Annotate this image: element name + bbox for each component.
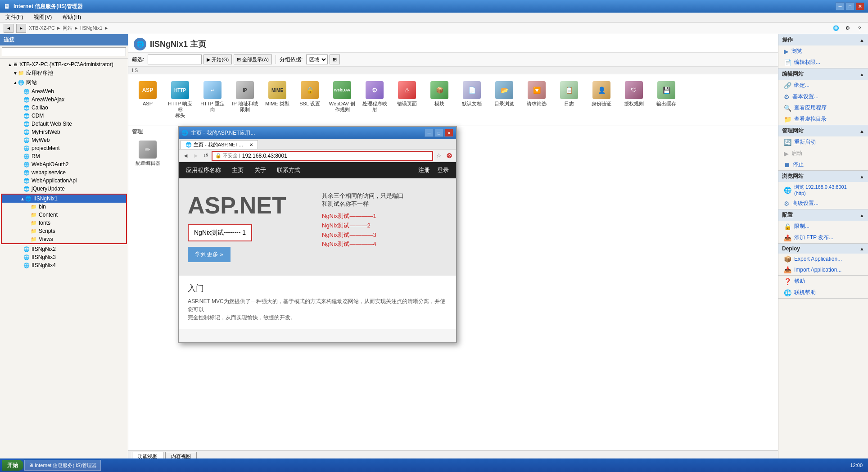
browser-url-box[interactable]: 🔒 不安全 | 192.168.0.43:8001: [212, 151, 433, 161]
expand-icon-sites[interactable]: ▲: [13, 80, 18, 85]
sidebar-item-scripts[interactable]: 📁 Scripts: [2, 227, 126, 235]
action-export-app[interactable]: 📦 Export Application...: [778, 254, 868, 264]
sidebar-item-myweb[interactable]: 🌐 MyWeb: [0, 136, 128, 144]
toggle-browse[interactable]: ▲: [859, 174, 864, 179]
sidebar-item-iisng3[interactable]: 🌐 IISNgNix3: [0, 253, 128, 261]
action-online-help[interactable]: 🌐 联机帮助: [778, 287, 868, 298]
sidebar-item-server[interactable]: ▲ 🖥 XTB-XZ-PC (XTB-xz-PC\Administrator): [0, 60, 128, 68]
icon-ssl[interactable]: 🔒 SSL 设置: [294, 78, 326, 122]
browser-stop-btn[interactable]: ⊗: [445, 151, 453, 160]
action-advanced-settings[interactable]: ⚙ 高级设置...: [778, 198, 868, 209]
minimize-button[interactable]: ─: [836, 2, 845, 10]
icon-ip[interactable]: IP IP 地址和域限制: [229, 78, 261, 122]
icon-request-filter[interactable]: 🔽 请求筛选: [521, 78, 552, 122]
browser-tab-close[interactable]: ✕: [249, 142, 253, 147]
browser-star-btn[interactable]: ☆: [435, 152, 443, 159]
sidebar-item-projectment[interactable]: 🌐 projectMent: [0, 144, 128, 152]
icon-dir-browse[interactable]: 📂 目录浏览: [488, 78, 520, 122]
action-stop[interactable]: ⏹ 停止: [778, 159, 868, 170]
sidebar-item-sites[interactable]: ▲ 🌐 网站: [0, 78, 128, 87]
icon-error[interactable]: ⚠ 错误页面: [391, 78, 423, 122]
icon-default-doc[interactable]: 📄 默认文档: [456, 78, 488, 122]
action-basic-settings[interactable]: ⚙ 基本设置...: [778, 91, 868, 102]
nav-home[interactable]: 主页: [232, 166, 244, 174]
browser-window-controls[interactable]: ─ □ ✕: [425, 129, 453, 137]
sidebar-item-apppools[interactable]: ▼ 📁 应用程序池: [0, 68, 128, 78]
browser-refresh-btn[interactable]: ↺: [202, 152, 210, 159]
close-button[interactable]: ✕: [855, 2, 864, 10]
action-restart[interactable]: 🔄 重新启动: [778, 136, 868, 148]
menu-help[interactable]: 帮助(H): [61, 13, 83, 22]
icon-module[interactable]: 📦 模块: [424, 78, 455, 122]
view-toggle-button[interactable]: ⊞: [330, 54, 340, 64]
start-button-taskbar[interactable]: 开始: [2, 460, 23, 471]
filter-input[interactable]: [148, 54, 202, 64]
action-edit-permissions[interactable]: 📄 编辑权限...: [778, 57, 868, 68]
icon-http-redirect[interactable]: ↩ HTTP 重定向: [197, 78, 228, 122]
browser-back-btn[interactable]: ◄: [181, 152, 190, 159]
action-start[interactable]: ▶ 启动: [778, 148, 868, 159]
icon-log[interactable]: 📋 日志: [553, 78, 585, 122]
help-icon[interactable]: ?: [854, 24, 864, 33]
sidebar-item-rm[interactable]: 🌐 RM: [0, 152, 128, 160]
action-import-app[interactable]: 📥 Import Application...: [778, 264, 868, 275]
action-view-apps[interactable]: 🔍 查看应用程序: [778, 102, 868, 113]
site-brand[interactable]: 应用程序名称: [186, 166, 221, 174]
action-browse[interactable]: ▶ 浏览: [778, 45, 868, 57]
maximize-button[interactable]: □: [845, 2, 854, 10]
sidebar-item-fonts[interactable]: 📁 fonts: [2, 219, 126, 227]
sidebar-item-cdm[interactable]: 🌐 CDM: [0, 112, 128, 120]
icon-handler[interactable]: ⚙ 处理程序映射: [359, 78, 390, 122]
forward-button[interactable]: ►: [16, 24, 26, 33]
sidebar-item-views[interactable]: 📁 Views: [2, 235, 126, 243]
menu-view[interactable]: 视图(V): [32, 13, 54, 22]
sidebar-item-webapioauth2[interactable]: 🌐 WebApiOAuth2: [0, 160, 128, 168]
show-all-button[interactable]: ⊞ 全部显示(A): [234, 54, 272, 64]
action-view-vdirs[interactable]: 📁 查看虚拟目录: [778, 113, 868, 125]
taskbar-iis[interactable]: 🖥 Internet 信息服务(IIS)管理器: [24, 460, 101, 471]
browser-close[interactable]: ✕: [444, 129, 453, 137]
sidebar-item-jqueryupdate[interactable]: 🌐 jQueryUpdate: [0, 185, 128, 193]
group-select[interactable]: 区域: [306, 54, 328, 64]
sidebar-item-iisng1[interactable]: ▲ 🌐 IISNgNix1: [2, 195, 126, 203]
action-ftp-publish[interactable]: 📤 添加 FTP 发布...: [778, 232, 868, 243]
icon-authz[interactable]: 🛡 授权规则: [618, 78, 650, 122]
toggle-actions[interactable]: ▲: [859, 37, 864, 43]
action-limits[interactable]: 🔒 限制...: [778, 221, 868, 232]
toggle-config[interactable]: ▲: [859, 213, 864, 218]
expand-icon[interactable]: ▲: [7, 62, 13, 67]
action-help[interactable]: ❓ 帮助: [778, 276, 868, 287]
toggle-edit[interactable]: ▲: [859, 72, 864, 77]
nav-register[interactable]: 注册: [418, 166, 430, 174]
sidebar-item-myfirstweb[interactable]: 🌐 MyFirstWeb: [0, 128, 128, 136]
window-controls[interactable]: ─ □ ✕: [836, 2, 864, 10]
icon-output-cache[interactable]: 💾 输出缓存: [651, 78, 682, 122]
sidebar-item-iisng4[interactable]: 🌐 IISNgNix4: [0, 261, 128, 269]
browser-minimize[interactable]: ─: [425, 129, 434, 137]
sidebar-search-input[interactable]: [2, 47, 126, 56]
icon-mime[interactable]: MIME MIME 类型: [262, 78, 293, 122]
sidebar-item-defaultweb[interactable]: 🌐 Default Web Site: [0, 120, 128, 128]
icon-asp[interactable]: ASP ASP: [132, 78, 163, 122]
action-bindings[interactable]: 🔗 绑定...: [778, 80, 868, 91]
nav-about[interactable]: 关于: [254, 166, 266, 174]
browser-tab-active[interactable]: 🌐 主页 - 我的ASP.NET应用... ✕: [181, 140, 258, 149]
back-button[interactable]: ◄: [4, 24, 14, 33]
icon-auth[interactable]: 👤 身份验证: [586, 78, 617, 122]
settings-icon[interactable]: ⚙: [843, 24, 853, 33]
sidebar-item-areawebajax[interactable]: 🌐 AreaWebAjax: [0, 95, 128, 104]
sidebar-item-iisng2[interactable]: 🌐 IISNgNix2: [0, 245, 128, 253]
browser-restore[interactable]: □: [434, 129, 443, 137]
icon-http-response[interactable]: HTTP HTTP 响应标标头: [164, 78, 196, 122]
sidebar-item-areaweb[interactable]: 🌐 AreaWeb: [0, 87, 128, 95]
toggle-deploy[interactable]: ▲: [859, 246, 864, 251]
toggle-manage[interactable]: ▲: [859, 128, 864, 134]
nav-login[interactable]: 登录: [437, 166, 449, 174]
sidebar-item-webapiservice[interactable]: 🌐 webapiservice: [0, 168, 128, 177]
nav-contact[interactable]: 联系方式: [277, 166, 300, 174]
hero-learn-more-btn[interactable]: 学到更多 »: [188, 247, 231, 262]
start-button[interactable]: ▶ 开始(G): [203, 54, 232, 64]
expand-iisng1[interactable]: ▲: [20, 196, 25, 201]
sidebar-item-webappapi[interactable]: 🌐 WebApplicationApi: [0, 177, 128, 185]
action-browse-url[interactable]: 🌐 浏览 192.168.0.43:8001(http): [778, 182, 868, 198]
